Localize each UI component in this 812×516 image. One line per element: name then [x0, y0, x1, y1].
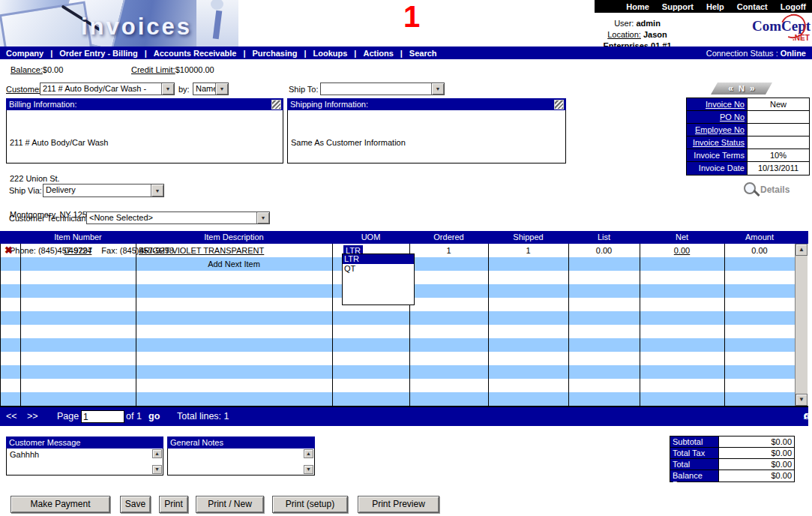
location-label[interactable]: Location: [607, 30, 641, 39]
ordered-value[interactable]: 1 [409, 244, 488, 257]
menu-purchasing[interactable]: Purchasing [253, 49, 298, 58]
total-lines-label: Total lines: 1 [177, 407, 229, 426]
ship-via-select[interactable]: Delivery ▼ [43, 184, 164, 197]
list-price-value: 0.00 [568, 244, 640, 257]
by-select[interactable]: Name ▼ [193, 82, 229, 95]
menu-separator: | [50, 49, 52, 58]
by-select-value: Name [193, 83, 215, 94]
scroll-up-icon[interactable]: ▲ [796, 244, 808, 256]
make-payment-button[interactable]: Make Payment [10, 496, 110, 513]
print-setup-button[interactable]: Print (setup) [272, 496, 348, 513]
page-next-button[interactable]: >> [27, 407, 38, 426]
total-tax-label: Total Tax [670, 448, 719, 458]
scroll-down-icon[interactable]: ▼ [152, 465, 162, 474]
column-divider [724, 244, 725, 406]
top-link-contact[interactable]: Contact [737, 2, 768, 11]
balance-label[interactable]: Balance: [10, 65, 43, 74]
table-row [0, 379, 795, 392]
print-button[interactable]: Print [159, 496, 188, 513]
chevron-down-icon[interactable]: ▼ [431, 83, 444, 94]
invoice-date-value[interactable]: 10/13/2011 [748, 162, 809, 175]
chevron-down-icon[interactable]: ▼ [215, 83, 228, 94]
table-row [0, 365, 795, 379]
item-description-link[interactable]: BRIGHT VIOLET TRANSPARENT [139, 244, 331, 257]
print-new-button[interactable]: Print / New [196, 496, 264, 513]
customer-message-input[interactable]: Gahhhh ▲ ▼ [6, 448, 163, 476]
menu-order-entry-billing[interactable]: Order Entry - Billing [59, 49, 138, 58]
employee-no-label[interactable]: Employee No [687, 124, 748, 136]
net-price-link[interactable]: 0.00 [640, 244, 724, 257]
customer-label[interactable]: Customer: [6, 85, 44, 94]
employee-no-row: Employee No [687, 124, 809, 136]
edit-notes-icon[interactable] [271, 100, 281, 110]
next-record-icon[interactable]: » [750, 83, 755, 94]
po-no-value[interactable] [748, 111, 809, 123]
shipping-panel: Shipping Information: Same As Customer I… [287, 98, 566, 164]
invoice-status-label[interactable]: Invoice Status [687, 136, 748, 148]
customer-technician-select[interactable]: <None Selected> ▼ [86, 212, 270, 224]
chevron-down-icon[interactable]: ▼ [256, 212, 269, 224]
top-link-home[interactable]: Home [626, 2, 649, 11]
user-value: admin [636, 19, 660, 28]
menu-actions[interactable]: Actions [363, 49, 393, 58]
items-table-header: Item Number Item Description UOM Ordered… [0, 231, 808, 244]
menu-accounts-receivable[interactable]: Accounts Receivable [154, 49, 237, 58]
scroll-down-icon[interactable]: ▼ [796, 394, 808, 406]
subtotal-value: $0.00 [719, 436, 794, 447]
page-prev-button[interactable]: << [6, 407, 17, 426]
ship-to-select[interactable]: ▼ [320, 82, 445, 95]
top-link-help[interactable]: Help [706, 2, 724, 11]
save-button[interactable]: Save [120, 496, 151, 513]
credit-limit-label[interactable]: Credit Limit: [131, 65, 175, 74]
item-number-link[interactable]: 049724 [20, 244, 136, 257]
prev-record-icon[interactable]: « [728, 83, 733, 94]
add-next-item-button[interactable]: Add Next Item [136, 257, 332, 271]
page-label: Page [57, 407, 79, 426]
shipped-value[interactable]: 1 [488, 244, 568, 257]
top-link-support[interactable]: Support [662, 2, 694, 11]
general-notes-input[interactable]: ▲ ▼ [167, 448, 315, 476]
total-value: $0.00 [719, 459, 794, 470]
details-button[interactable]: Details [760, 184, 790, 195]
invoice-date-row: Invoice Date 10/13/2011 [687, 162, 809, 175]
pagination-bar: << >> Page of 1 go Total lines: 1 On Ord… [0, 407, 808, 426]
menu-lookups[interactable]: Lookups [313, 49, 348, 58]
menu-separator: | [354, 49, 356, 58]
total-label: Total [670, 459, 719, 470]
po-no-label[interactable]: PO No [687, 111, 748, 123]
col-ordered: Ordered [409, 231, 488, 244]
invoice-no-label[interactable]: Invoice No [687, 98, 748, 110]
scroll-up-icon[interactable]: ▲ [152, 449, 162, 458]
top-link-logoff[interactable]: Logoff [781, 2, 806, 11]
shipping-panel-header: Shipping Information: [287, 98, 566, 110]
total-tax-row: Total Tax $0.00 [670, 448, 794, 459]
credit-limit-field: Credit Limit:$10000.00 [131, 65, 214, 74]
invoice-no-row: Invoice No New [687, 98, 809, 111]
customer-technician-label: Customer Technician [9, 214, 86, 223]
delete-row-icon[interactable]: ✖ [4, 244, 13, 257]
scroll-up-icon[interactable]: ▲ [304, 449, 313, 458]
top-links-bar: Home Support Help Contact Logoff [595, 0, 812, 13]
uom-option-ltr[interactable]: LTR [343, 254, 414, 264]
chevron-down-icon[interactable]: ▼ [161, 83, 174, 94]
customer-select[interactable]: 211 # Auto Body/Car Wash - ▼ [40, 82, 175, 95]
ship-via-select-value: Delivery [43, 184, 151, 196]
menu-search[interactable]: Search [409, 49, 437, 58]
balance-due-row: Balance Due $0.00 [670, 470, 794, 482]
table-scrollbar[interactable]: ▲ ▼ [795, 244, 808, 406]
print-preview-button[interactable]: Print Preview [358, 496, 439, 513]
scroll-down-icon[interactable]: ▼ [304, 465, 313, 474]
subtotal-label: Subtotal [670, 436, 719, 447]
column-divider [640, 244, 640, 406]
page-input[interactable] [81, 410, 124, 423]
main-menu-bar: Company | Order Entry - Billing | Accoun… [0, 46, 812, 59]
chevron-down-icon[interactable]: ▼ [151, 184, 163, 196]
invoice-terms-value: 10% DISCOUNT [748, 149, 809, 161]
new-record-button[interactable]: N [739, 83, 745, 94]
page-go-button[interactable]: go [148, 407, 160, 426]
uom-option-qt[interactable]: QT [343, 264, 414, 274]
connection-status-label: Connection Status : [706, 49, 778, 58]
employee-no-value[interactable] [748, 124, 809, 136]
edit-notes-icon[interactable] [554, 100, 564, 110]
menu-company[interactable]: Company [6, 49, 43, 58]
